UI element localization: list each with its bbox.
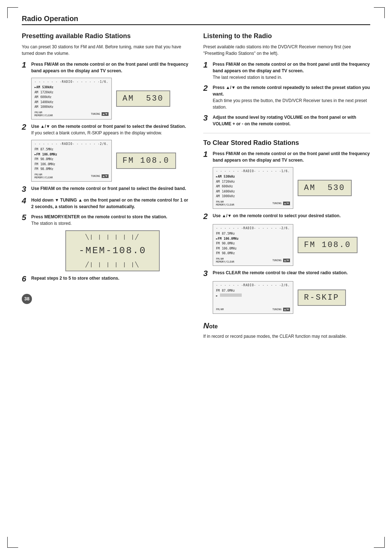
right-lcd-2: FM 108.0 — [298, 237, 358, 253]
right-step-num-3: 3 — [203, 114, 211, 122]
channel-item: ► — [216, 293, 290, 299]
content-columns: Presetting available Radio Stations You … — [22, 32, 370, 340]
display-row-1: - - - - - - -RADIO- - - - - - -1/6. ►AM5… — [31, 78, 189, 119]
lcd-mem-display: ╲| | | | | |╱ -MEM-108.0 ╱| | | | | |╲ — [65, 230, 160, 271]
corner-bl — [7, 537, 18, 548]
right-display-row-1: - - - - - - -RADIO- - - - - - -1/6. ►AM5… — [213, 167, 370, 209]
step-4: 4 Hold down ▼ TUNING ▲ on the front pane… — [22, 197, 189, 210]
left-section-title: Presetting available Radio Stations — [22, 32, 189, 40]
step-num-1: 1 — [22, 61, 29, 69]
clear-step-content-1: Press FM/AM on the remote control or on … — [213, 150, 370, 163]
right-step-3: 3 Adjust the sound level by rotating VOL… — [203, 114, 370, 127]
right-step-2: 2 Press ▲/▼ on the remote control repeat… — [203, 84, 370, 110]
clear-step-num-3: 3 — [203, 270, 211, 278]
right-step-content-2: Press ▲/▼ on the remote control repeated… — [213, 84, 370, 110]
page: Radio Operation Presetting available Rad… — [0, 0, 392, 555]
clear-step-content-2: Use ▲/▼ on the remote control to select … — [213, 212, 370, 219]
note-box: Note If in record or record pause modes,… — [203, 320, 370, 340]
step-content-2: Use ▲/▼ on the remote control or front p… — [31, 123, 189, 136]
page-title: Radio Operation — [22, 15, 370, 25]
channel-item: ►AM530kHz — [34, 85, 109, 90]
channel-item: AM1720kHz — [216, 179, 290, 185]
corner-tr — [374, 7, 385, 18]
step-num-4: 4 — [22, 197, 29, 205]
channel-item: FM87.5MHz — [216, 231, 290, 236]
right-lcd-3: R-SKIP — [298, 289, 346, 306]
step-2: 2 Use ▲/▼ on the remote control or front… — [22, 123, 189, 136]
mem-display-row: ╲| | | | | |╱ -MEM-108.0 ╱| | | | | |╲ — [36, 230, 189, 271]
channel-item: FM106.0MHz — [216, 246, 290, 251]
step-5: 5 Press MEMORY/ENTER on the remote contr… — [22, 214, 189, 227]
radio-panel-1: - - - - - - -RADIO- - - - - - -1/6. ►AM5… — [31, 78, 112, 119]
channel-item: AM1400kHz — [34, 100, 109, 105]
corner-br — [374, 537, 385, 548]
channel-item: ►AM530kHz — [216, 174, 290, 179]
channel-item: FM98.0MHz — [216, 251, 290, 256]
right-radio-panel-2: - - - - - - -RADIO- - - - - - -2/6. FM87… — [213, 224, 293, 266]
step-3: 3 Use FM/AM on the remote control or fro… — [22, 185, 189, 193]
right-radio-panel-3: - - - - - - -RADIO- - - - - - -2/6. FM87… — [213, 281, 293, 314]
channel-item: AM600kHz — [216, 184, 290, 189]
right-display-row-3: - - - - - - -RADIO- - - - - - -2/6. FM87… — [213, 281, 370, 314]
note-title: Note — [203, 320, 370, 332]
clear-section-title: To Clear Stored Radio Stations — [203, 139, 370, 147]
right-lcd-1: AM 530 — [298, 180, 352, 196]
channel-item: FM106.0MHz — [34, 162, 109, 167]
clear-step-3: 3 Press CLEAR the remote control to clea… — [203, 270, 370, 278]
channel-item: AM1400kHz — [216, 189, 290, 194]
channel-item: FM87.0MHz — [216, 288, 290, 293]
channel-item: FM90.0MHz — [34, 157, 109, 162]
step-content-4: Hold down ▼ TUNING ▲ on the front panel … — [31, 197, 189, 210]
lcd-display-2: FM 108.0 — [116, 153, 176, 169]
step-content-1: Press FM/AM on the remote control or on … — [31, 61, 189, 74]
channel-list-1: ►AM530kHz AM1720kHz AM600kHz AM1400kHz A… — [34, 85, 109, 110]
display-row-2: - - - - - - -RADIO- - - - - - -2/6. FM87… — [31, 140, 189, 182]
clear-step-num-1: 1 — [203, 150, 211, 158]
right-display-row-2: - - - - - - -RADIO- - - - - - -2/6. FM87… — [213, 224, 370, 266]
right-step-content-3: Adjust the sound level by rotating VOLUM… — [213, 114, 370, 127]
channel-item: FM90.0MHz — [216, 241, 290, 246]
step-num-6: 6 — [22, 275, 29, 283]
right-step-1: 1 Press FM/AM on the remote control or o… — [203, 61, 370, 81]
note-text: If in record or record pause modes, the … — [203, 333, 370, 340]
right-section-title: Listening to the Radio — [203, 32, 370, 40]
radio-panel-2: - - - - - - -RADIO- - - - - - -2/6. FM87… — [31, 140, 112, 182]
right-step-content-1: Press FM/AM on the remote control or on … — [213, 61, 370, 81]
lcd-display-1: AM 530 — [116, 90, 170, 107]
right-step-num-2: 2 — [203, 84, 211, 92]
right-radio-panel-1: - - - - - - -RADIO- - - - - - -1/6. ►AM5… — [213, 167, 293, 209]
clear-step-num-2: 2 — [203, 212, 211, 220]
channel-item: FM98.0MHz — [34, 167, 109, 172]
channel-item: FM87.5MHz — [34, 147, 109, 152]
channel-item: AM1000kHz — [34, 105, 109, 110]
left-column: Presetting available Radio Stations You … — [22, 32, 189, 340]
section-divider — [203, 133, 370, 133]
step-content-6: Repeat steps 2 to 5 to store other stati… — [31, 275, 189, 281]
step-content-3: Use FM/AM on the remote control or front… — [31, 185, 189, 192]
step-num-2: 2 — [22, 123, 29, 131]
channel-item: ►FM106.0MHz — [34, 152, 109, 157]
clear-step-1: 1 Press FM/AM on the remote control or o… — [203, 150, 370, 163]
channel-item: AM1720kHz — [34, 90, 109, 95]
channel-item: AM600kHz — [34, 95, 109, 100]
step-6: 6 Repeat steps 2 to 5 to store other sta… — [22, 275, 189, 283]
page-bottom: 38 — [22, 294, 189, 304]
right-intro: Preset available radio stations into the… — [203, 44, 370, 57]
step-num-3: 3 — [22, 185, 29, 193]
clear-step-content-3: Press CLEAR the remote control to clear … — [213, 270, 370, 276]
corner-tl — [7, 7, 18, 18]
channel-item: ►FM106.0MHz — [216, 236, 290, 242]
clear-step-2: 2 Use ▲/▼ on the remote control to selec… — [203, 212, 370, 220]
step-1: 1 Press FM/AM on the remote control or o… — [22, 61, 189, 74]
step-num-5: 5 — [22, 214, 29, 222]
channel-item: AM1000kHz — [216, 194, 290, 199]
channel-list-2: FM87.5MHz ►FM106.0MHz FM90.0MHz FM106.0M… — [34, 147, 109, 172]
right-step-num-1: 1 — [203, 61, 211, 69]
left-intro: You can preset 30 stations for FM and AM… — [22, 44, 189, 57]
right-column: Listening to the Radio Preset available … — [203, 32, 370, 340]
page-number: 38 — [22, 294, 32, 304]
step-content-5: Press MEMORY/ENTER on the remote control… — [31, 214, 189, 227]
